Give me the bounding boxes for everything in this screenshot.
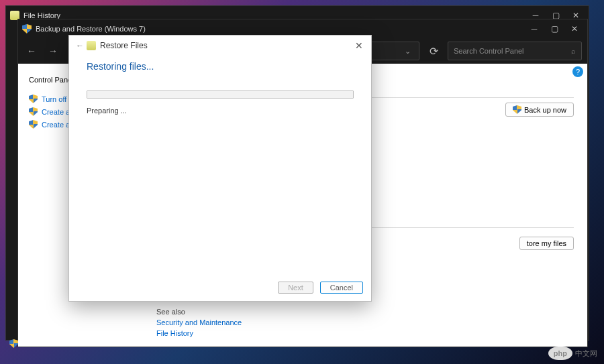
dialog-footer: Next Cancel [69, 274, 371, 301]
back-up-now-button[interactable]: Back up now [505, 103, 574, 117]
dialog-title: Restore Files [100, 41, 148, 50]
see-also-section: See also Security and Maintenance File H… [156, 308, 242, 337]
refresh-button[interactable]: ⟳ [425, 45, 442, 58]
nav-forward-button[interactable]: → [45, 43, 61, 59]
dialog-titlebar[interactable]: ← Restore Files ✕ [69, 36, 371, 56]
backup-restore-title: Backup and Restore (Windows 7) [36, 25, 520, 33]
php-logo: php [548, 347, 572, 360]
dialog-body: Restoring files... Preparing ... [69, 56, 371, 274]
br-maximize-button[interactable]: ▢ [544, 21, 564, 36]
br-close-button[interactable]: ✕ [564, 21, 585, 36]
nav-back-button[interactable]: ← [23, 43, 40, 59]
see-also-file-history-link[interactable]: File History [156, 329, 242, 337]
restore-files-icon [87, 41, 96, 50]
search-icon: ⌕ [571, 47, 576, 55]
watermark: php 中文网 [548, 347, 597, 360]
dialog-heading: Restoring files... [87, 61, 354, 72]
restore-files-dialog: ← Restore Files ✕ Restoring files... Pre… [68, 35, 372, 302]
button-label: tore my files [527, 239, 566, 247]
dialog-back-button[interactable]: ← [73, 41, 87, 50]
see-also-security-link[interactable]: Security and Maintenance [156, 318, 242, 326]
status-text: Preparing ... [87, 107, 354, 115]
button-label: Back up now [524, 106, 566, 114]
next-button: Next [278, 282, 313, 294]
cancel-button[interactable]: Cancel [320, 282, 363, 294]
restore-my-files-button[interactable]: tore my files [519, 237, 574, 250]
chevron-down-icon[interactable]: ⌄ [405, 47, 411, 56]
shield-icon [22, 24, 32, 34]
shield-icon [29, 95, 38, 103]
br-minimize-button[interactable]: ─ [524, 21, 544, 36]
progress-bar [87, 90, 354, 99]
search-placeholder: Search Control Panel [454, 47, 524, 55]
shield-icon [513, 105, 521, 114]
dialog-close-button[interactable]: ✕ [351, 40, 367, 51]
see-also-header: See also [156, 308, 242, 316]
watermark-text: 中文网 [575, 349, 597, 359]
shield-icon [29, 120, 38, 129]
search-box[interactable]: Search Control Panel ⌕ [448, 42, 582, 60]
shield-icon [29, 107, 38, 116]
